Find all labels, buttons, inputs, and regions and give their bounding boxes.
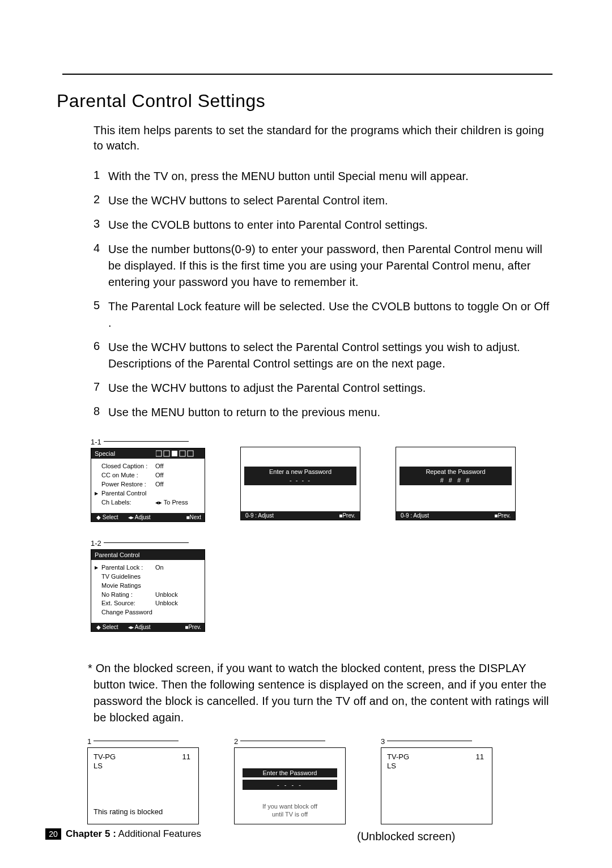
step-text: With the TV on, press the MENU button un…: [108, 168, 469, 185]
hint-prev: ■Prev.: [183, 624, 201, 630]
step-text: Use the WCHV buttons to select Parental …: [108, 193, 388, 209]
instruction-list: 1With the TV on, press the MENU button u…: [94, 168, 555, 421]
osd-row-key: Closed Caption :: [101, 462, 155, 471]
osd-row: Ext. Source:Unblock: [101, 599, 198, 608]
osd-row-key: No Rating :: [101, 591, 155, 600]
block-off-message: If you want block off until TV is off: [235, 802, 345, 819]
osd-row-value: Unblock: [155, 599, 178, 608]
svg-rect-4: [188, 451, 193, 456]
osd-special-footer: ◆ Select ◂▸ Adjust ■Next: [91, 513, 205, 521]
note-paragraph: * On the blocked screen, if you want to …: [88, 660, 555, 726]
step-text: Use the MENU button to return to the pre…: [108, 404, 380, 421]
osd-row-key: TV Guidelines: [101, 572, 155, 581]
page-number: 20: [45, 828, 61, 840]
instruction-step: 6Use the WCHV buttons to select the Pare…: [94, 339, 555, 372]
figure-blocked-screen: 1 TV-PG LS 11 This rating is blocked: [87, 737, 199, 824]
osd-row: Ch Labels:◂▸ To Press: [101, 498, 198, 507]
osd-row-key: Movie Ratings: [101, 581, 155, 591]
figure-special-menu: 1-1 Special Closed Caption :OffCC on Mut…: [91, 438, 205, 522]
osd-repeat-password: Repeat the Password # # # # 0-9 : Adjust…: [396, 447, 516, 520]
password-mask: - - - -: [244, 477, 356, 484]
instruction-step: 7Use the WCHV buttons to adjust the Pare…: [94, 380, 555, 396]
new-password-title: Enter a new Password - - - -: [244, 467, 356, 485]
osd-parental-body: Parental Lock :OnTV GuidelinesMovie Rati…: [91, 560, 205, 623]
intro-paragraph: This item helps parents to set the stand…: [94, 123, 555, 153]
instruction-step: 1With the TV on, press the MENU button u…: [94, 168, 555, 185]
rating-indicator: TV-PG LS: [94, 752, 116, 770]
step-text: Use the CVOLB buttons to enter into Pare…: [108, 217, 428, 233]
sequence-label-1: 1: [87, 737, 199, 746]
blocked-message: This rating is blocked: [94, 807, 163, 816]
osd-row-key: Parental Lock :: [101, 563, 155, 572]
osd-row-value: Unblock: [155, 591, 178, 600]
figure-row-3: 1 TV-PG LS 11 This rating is blocked 2 E…: [87, 737, 555, 824]
manual-page: Parental Control Settings This item help…: [0, 0, 612, 868]
svg-rect-3: [180, 451, 185, 456]
password-mask-hash: # # # #: [400, 477, 512, 484]
channel-number: 11: [182, 752, 190, 761]
osd-row-key: Power Restore :: [101, 480, 155, 489]
hint-adjust: ◂▸ Adjust: [126, 514, 151, 520]
step-number: 4: [94, 241, 108, 255]
step-number: 2: [94, 193, 108, 206]
osd-special-body: Closed Caption :OffCC on Mute :OffPower …: [91, 459, 205, 513]
figure-row-1: 1-1 Special Closed Caption :OffCC on Mut…: [91, 438, 555, 522]
hint-prev: ■Prev.: [494, 512, 511, 519]
osd-row: Power Restore :Off: [101, 480, 198, 489]
instruction-step: 5The Parental Lock feature will be selec…: [94, 298, 555, 331]
tv-unblocked-screen: TV-PG LS 11: [381, 747, 492, 824]
instruction-step: 4Use the number buttons(0-9) to enter yo…: [94, 241, 555, 290]
osd-row-value: Off: [155, 480, 163, 489]
tv-blocked-screen: TV-PG LS 11 This rating is blocked: [87, 747, 199, 824]
step-number: 1: [94, 168, 108, 182]
osd-new-password: Enter a new Password - - - - 0-9 : Adjus…: [240, 447, 360, 520]
figure-unblocked-screen: 3 TV-PG LS 11: [381, 737, 492, 824]
hint-09adjust: 0-9 : Adjust: [245, 512, 274, 519]
hint-select: ◆ Select: [95, 624, 118, 630]
instruction-step: 3Use the CVOLB buttons to enter into Par…: [94, 217, 555, 233]
step-text: Use the WCHV buttons to select the Paren…: [108, 339, 555, 372]
osd-row: Parental Lock :On: [101, 563, 198, 572]
figure-enter-password-screen: 2 Enter the Password - - - - If you want…: [234, 737, 346, 824]
osd-row: TV Guidelines: [101, 572, 198, 581]
tv-enter-password-screen: Enter the Password - - - - If you want b…: [234, 747, 346, 824]
hint-select: ◆ Select: [95, 514, 118, 520]
step-text: Use the number buttons(0-9) to enter you…: [108, 241, 555, 290]
osd-row-key: Ch Labels:: [101, 498, 155, 507]
sequence-label-3: 3: [381, 737, 492, 746]
osd-row: Closed Caption :Off: [101, 462, 198, 471]
osd-parental-titlebar: Parental Control: [91, 550, 205, 560]
step-number: 8: [94, 404, 108, 418]
osd-parental-control: Parental Control Parental Lock :OnTV Gui…: [91, 549, 205, 632]
step-text: The Parental Lock feature will be select…: [108, 298, 555, 331]
repeat-password-footer: 0-9 : Adjust ■Prev.: [396, 511, 515, 520]
osd-special-title: Special: [95, 450, 115, 457]
step-number: 6: [94, 339, 108, 353]
step-text: Use the WCHV buttons to adjust the Paren…: [108, 380, 426, 396]
step-number: 3: [94, 217, 108, 230]
hint-next: ■Next: [184, 514, 201, 520]
instruction-step: 2Use the WCHV buttons to select Parental…: [94, 193, 555, 209]
osd-row: Parental Control: [101, 489, 198, 498]
osd-menu-icons: [156, 450, 201, 457]
figure-repeat-password: Repeat the Password # # # # 0-9 : Adjust…: [396, 447, 516, 522]
sequence-label-2: 2: [234, 737, 346, 746]
figure-row-2: 1-2 Parental Control Parental Lock :OnTV…: [91, 539, 555, 632]
osd-row-value: Off: [155, 462, 163, 471]
hint-09adjust: 0-9 : Adjust: [401, 512, 429, 519]
svg-rect-1: [164, 451, 169, 456]
svg-rect-0: [156, 451, 162, 456]
figure-label-1-1: 1-1: [91, 438, 205, 446]
osd-parental-footer: ◆ Select ◂▸ Adjust ■Prev.: [91, 623, 205, 631]
osd-row-key: Change Password: [101, 608, 155, 617]
hint-prev: ■Prev.: [339, 512, 355, 519]
enter-password-title: Enter the Password: [243, 768, 337, 777]
top-rule: [62, 74, 552, 75]
osd-row-value: On: [155, 563, 164, 572]
osd-special: Special Closed Caption :OffCC on Mute :O…: [91, 448, 205, 522]
svg-rect-2: [172, 451, 177, 456]
osd-row: Movie Ratings: [101, 581, 198, 591]
repeat-password-title: Repeat the Password # # # #: [400, 467, 512, 485]
figure-new-password: Enter a new Password - - - - 0-9 : Adjus…: [240, 447, 360, 522]
unblocked-caption: (Unblocked screen): [357, 830, 555, 843]
